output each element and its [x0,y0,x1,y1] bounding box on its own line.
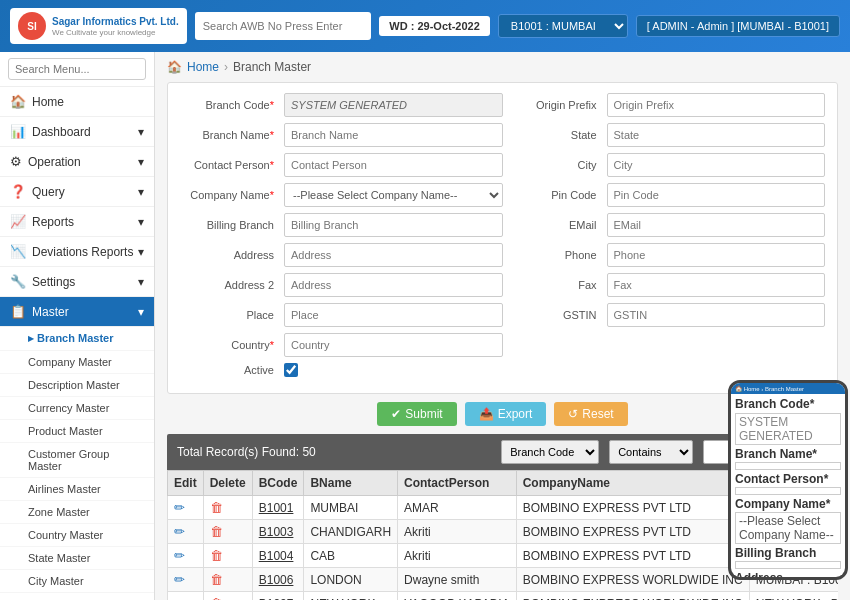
origin-prefix-input[interactable] [607,93,826,117]
delete-cell[interactable]: 🗑 [203,568,252,592]
active-checkbox[interactable] [284,363,298,377]
delete-icon[interactable]: 🗑 [210,548,223,563]
fax-label: Fax [503,279,603,291]
sidebar-item-reports[interactable]: 📈 Reports ▾ [0,207,154,237]
sidebar-sub-product[interactable]: Product Master [0,420,154,443]
sidebar-search-input[interactable] [8,58,146,80]
address-row: Address [180,243,503,267]
bname-cell: LONDON [304,568,398,592]
delete-icon[interactable]: 🗑 [210,500,223,515]
bcode-cell: B1001 [252,496,304,520]
company-tagline: We Cultivate your knowledge [52,28,179,37]
sidebar-sub-state[interactable]: State Master [0,547,154,570]
delete-cell[interactable]: 🗑 [203,496,252,520]
wd-badge: WD : 29-Oct-2022 [379,16,489,36]
pin-code-input[interactable] [607,183,826,207]
filter-field-select[interactable]: Branch Code Branch Name [501,440,599,464]
breadcrumb-home-link[interactable]: Home [187,60,219,74]
origin-prefix-row: Origin Prefix [503,93,826,117]
pin-code-label: Pin Code [503,189,603,201]
email-input[interactable] [607,213,826,237]
company-name-row: Company Name --Please Select Company Nam… [180,183,503,207]
company-name-select[interactable]: --Please Select Company Name-- [284,183,503,207]
col-edit: Edit [168,471,204,496]
submit-button[interactable]: ✔ Submit [377,402,456,426]
sidebar-item-dashboard[interactable]: 📊 Dashboard ▾ [0,117,154,147]
delete-cell[interactable]: 🗑 [203,592,252,601]
edit-cell[interactable]: ✏ [168,544,204,568]
sidebar-sub-country[interactable]: Country Master [0,524,154,547]
city-row: City [503,153,826,177]
edit-icon[interactable]: ✏ [174,596,185,600]
branch-code-input[interactable] [284,93,503,117]
branch-select[interactable]: B1001 : MUMBAI [498,14,628,38]
logo-area: SI Sagar Informatics Pvt. Ltd. We Cultiv… [10,8,187,44]
bcode-cell: B1003 [252,520,304,544]
sidebar-item-home[interactable]: 🏠 Home [0,87,154,117]
reset-button[interactable]: ↺ Reset [554,402,627,426]
sidebar-sub-customergroup[interactable]: Customer Group Master [0,443,154,478]
sidebar-item-query[interactable]: ❓ Query ▾ [0,177,154,207]
sidebar-sub-description[interactable]: Description Master [0,374,154,397]
fax-input[interactable] [607,273,826,297]
filter-condition-select[interactable]: Contains Equals Starts With [609,440,693,464]
sidebar-item-label: Dashboard [32,125,91,139]
delete-cell[interactable]: 🗑 [203,520,252,544]
content-area: 🏠 Home › Branch Master Branch Code Branc… [155,52,850,600]
billing-branch-input[interactable] [284,213,503,237]
edit-cell[interactable]: ✏ [168,568,204,592]
sidebar-sub-branch[interactable]: ▸ Branch Master [0,327,154,351]
reports-icon: 📈 [10,214,26,229]
state-input[interactable] [607,123,826,147]
gstin-input[interactable] [607,303,826,327]
sidebar-sub-company[interactable]: Company Master [0,351,154,374]
contact-person-input[interactable] [284,153,503,177]
sidebar-sub-currency[interactable]: Currency Master [0,397,154,420]
bcode-cell: B1007 [252,592,304,601]
city-input[interactable] [607,153,826,177]
settings-icon: 🔧 [10,274,26,289]
awb-search-input[interactable] [195,12,372,40]
contact-cell: Akriti [398,544,517,568]
billing-cell: NEW YORK : B1007 [749,592,838,601]
chevron-icon: ▾ [138,215,144,229]
gstin-label: GSTIN [503,309,603,321]
edit-icon[interactable]: ✏ [174,572,185,587]
sidebar-sub-city[interactable]: City Master [0,570,154,593]
place-input[interactable] [284,303,503,327]
sidebar-item-operation[interactable]: ⚙ Operation ▾ [0,147,154,177]
sidebar-item-master[interactable]: 📋 Master ▾ [0,297,154,327]
company-cell: BOMBINO EXPRESS WORLDWIDE INC [516,592,749,601]
delete-icon[interactable]: 🗑 [210,596,223,600]
address-input[interactable] [284,243,503,267]
sidebar-sub-airlines[interactable]: Airlines Master [0,478,154,501]
sidebar-item-settings[interactable]: 🔧 Settings ▾ [0,267,154,297]
edit-cell[interactable]: ✏ [168,592,204,601]
delete-icon[interactable]: 🗑 [210,524,223,539]
address2-input[interactable] [284,273,503,297]
edit-icon[interactable]: ✏ [174,548,185,563]
export-button[interactable]: 📤 Export [465,402,547,426]
edit-icon[interactable]: ✏ [174,500,185,515]
dashboard-icon: 📊 [10,124,26,139]
place-row: Place [180,303,503,327]
sidebar-sub-market[interactable]: Market Master [0,593,154,600]
table-row: ✏ 🗑 B1007 NEW YORK YAQOOB KAPADIA BOMBIN… [168,592,839,601]
phone-input[interactable] [607,243,826,267]
sidebar-item-deviations[interactable]: 📉 Deviations Reports ▾ [0,237,154,267]
edit-cell[interactable]: ✏ [168,496,204,520]
form-left-col: Branch Code Branch Name Contact Person C… [180,93,503,383]
sidebar-sub-zone[interactable]: Zone Master [0,501,154,524]
branch-name-input[interactable] [284,123,503,147]
awb-search-area[interactable] [195,12,372,40]
edit-cell[interactable]: ✏ [168,520,204,544]
country-row: Country [180,333,503,357]
country-input[interactable] [284,333,503,357]
delete-icon[interactable]: 🗑 [210,572,223,587]
sidebar-search-area[interactable] [0,52,154,87]
delete-cell[interactable]: 🗑 [203,544,252,568]
edit-icon[interactable]: ✏ [174,524,185,539]
sidebar-item-label: Settings [32,275,75,289]
deviations-icon: 📉 [10,244,26,259]
contact-cell: Akriti [398,520,517,544]
